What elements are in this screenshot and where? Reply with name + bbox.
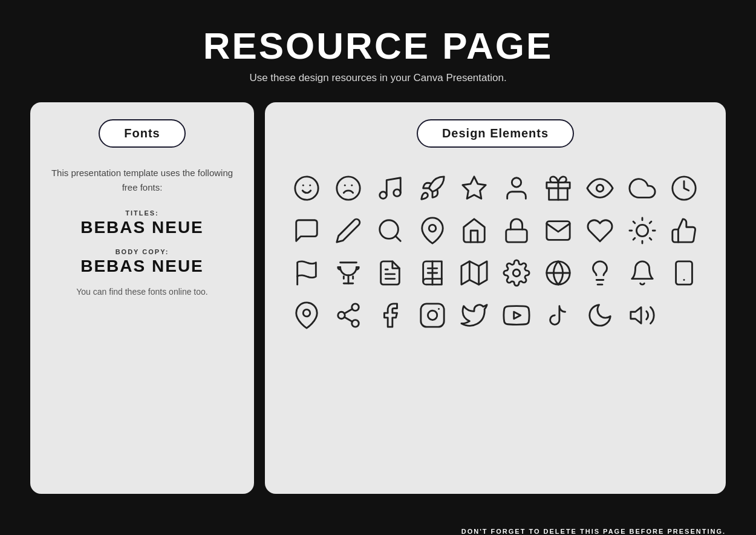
design-panel-header: Design Elements bbox=[417, 119, 574, 148]
svg-point-47 bbox=[303, 309, 310, 317]
icons-grid bbox=[282, 169, 709, 334]
icon-lightbulb bbox=[582, 254, 619, 292]
icon-home bbox=[456, 212, 493, 249]
icon-flag bbox=[288, 254, 325, 292]
svg-marker-56 bbox=[631, 307, 641, 324]
titles-section: TITLES: BEBAS NEUE bbox=[47, 209, 237, 237]
svg-point-49 bbox=[338, 312, 345, 319]
icon-lock bbox=[498, 212, 535, 249]
svg-point-0 bbox=[295, 177, 318, 200]
page-title: RESOURCE PAGE bbox=[203, 24, 553, 67]
icon-facebook bbox=[372, 297, 409, 334]
icon-document bbox=[372, 254, 409, 292]
icon-bell bbox=[624, 254, 660, 292]
design-panel: Design Elements bbox=[265, 102, 726, 494]
svg-line-52 bbox=[345, 309, 353, 313]
icon-thumbsup bbox=[666, 212, 703, 249]
icon-sun bbox=[624, 212, 660, 249]
icon-smiley bbox=[288, 169, 325, 207]
icon-rocket bbox=[414, 169, 451, 207]
icon-book bbox=[414, 254, 451, 292]
fonts-panel-header: Fonts bbox=[99, 119, 185, 148]
icon-clock bbox=[666, 169, 703, 207]
svg-point-16 bbox=[429, 225, 436, 232]
svg-marker-8 bbox=[463, 177, 486, 199]
svg-rect-53 bbox=[421, 304, 444, 327]
icon-chat bbox=[288, 212, 325, 249]
icon-twitter bbox=[456, 297, 493, 334]
svg-rect-17 bbox=[506, 229, 527, 242]
svg-marker-55 bbox=[513, 312, 520, 319]
icon-location bbox=[288, 297, 325, 334]
svg-line-15 bbox=[396, 236, 400, 241]
icon-mail bbox=[539, 212, 576, 249]
fonts-note: You can find these fonts online too. bbox=[47, 287, 237, 297]
body-label: BODY COPY: bbox=[47, 248, 237, 255]
icon-eye bbox=[582, 169, 619, 207]
svg-point-18 bbox=[636, 225, 648, 236]
main-content: Fonts This presentation template uses th… bbox=[30, 102, 726, 494]
svg-line-26 bbox=[650, 222, 651, 223]
icon-pin bbox=[414, 212, 451, 249]
icon-user bbox=[498, 169, 535, 207]
page-subtitle: Use these design resources in your Canva… bbox=[203, 72, 553, 84]
svg-point-40 bbox=[513, 269, 520, 277]
svg-point-50 bbox=[352, 320, 359, 327]
body-section: BODY COPY: BEBAS NEUE bbox=[47, 248, 237, 276]
icon-tiktok bbox=[539, 297, 576, 334]
svg-point-6 bbox=[380, 192, 387, 199]
svg-marker-37 bbox=[461, 261, 487, 284]
icon-instagram bbox=[414, 297, 451, 334]
fonts-description: This presentation template uses the foll… bbox=[47, 166, 237, 195]
icon-heart bbox=[582, 212, 619, 249]
svg-point-7 bbox=[394, 189, 401, 197]
icon-share bbox=[330, 297, 367, 334]
svg-rect-45 bbox=[676, 261, 692, 284]
fonts-body: This presentation template uses the foll… bbox=[47, 166, 237, 297]
icon-search bbox=[372, 212, 409, 249]
svg-point-9 bbox=[512, 178, 521, 187]
svg-line-21 bbox=[633, 222, 635, 223]
icon-map bbox=[456, 254, 493, 292]
icon-music bbox=[372, 169, 409, 207]
titles-font: BEBAS NEUE bbox=[47, 218, 237, 237]
icon-star bbox=[456, 169, 493, 207]
svg-point-12 bbox=[597, 185, 604, 192]
icon-pencil bbox=[330, 212, 367, 249]
icon-cloud bbox=[624, 169, 660, 207]
titles-label: TITLES: bbox=[47, 209, 237, 217]
icon-youtube bbox=[498, 297, 535, 334]
icon-trophy bbox=[330, 254, 367, 292]
icon-moon bbox=[582, 297, 619, 334]
fonts-panel: Fonts This presentation template uses th… bbox=[30, 102, 254, 494]
icon-mobile bbox=[666, 254, 703, 292]
body-font: BEBAS NEUE bbox=[47, 257, 237, 276]
icon-globe bbox=[539, 254, 576, 292]
svg-line-25 bbox=[633, 238, 635, 240]
icon-megaphone bbox=[624, 297, 660, 334]
icon-sad bbox=[330, 169, 367, 207]
svg-point-48 bbox=[352, 304, 359, 310]
svg-line-22 bbox=[650, 238, 651, 240]
icon-gift bbox=[539, 169, 576, 207]
icon-settings bbox=[498, 254, 535, 292]
footer-note: DON'T FORGET TO DELETE THIS PAGE BEFORE … bbox=[30, 528, 726, 535]
page-header: RESOURCE PAGE Use these design resources… bbox=[203, 0, 553, 102]
svg-line-51 bbox=[345, 317, 353, 322]
svg-point-3 bbox=[337, 177, 360, 200]
